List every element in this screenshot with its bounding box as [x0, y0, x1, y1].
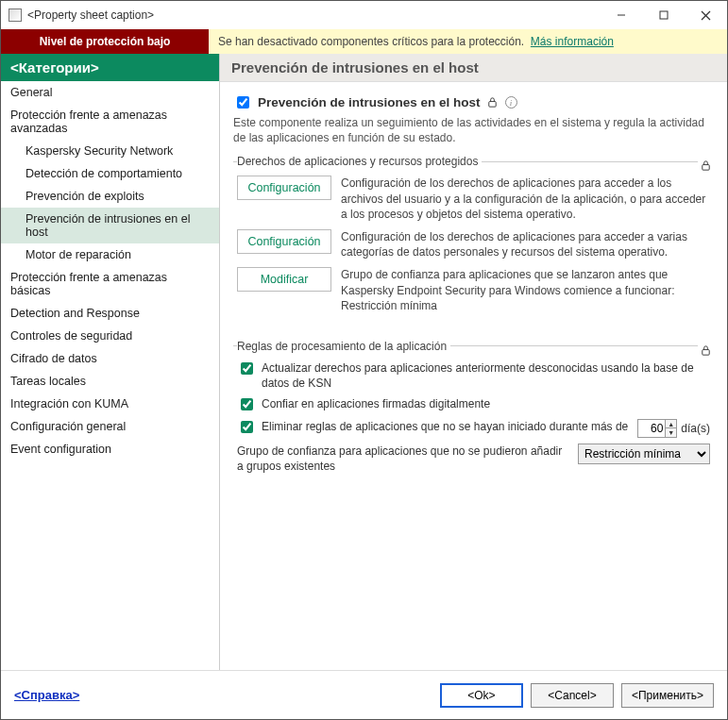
sidebar-item[interactable]: Integración con KUMA	[1, 393, 219, 415]
svg-rect-1	[660, 11, 668, 19]
days-spinner: ▲ ▼	[665, 420, 676, 437]
component-description: Este componente realiza un seguimiento d…	[233, 115, 714, 145]
config-description: Configuración de los derechos de aplicac…	[341, 176, 710, 222]
alert-message: Se han desactivado componentes críticos …	[209, 35, 623, 48]
lock-icon[interactable]	[698, 344, 714, 360]
rule-trust-group: Grupo de confianza para aplicaciones que…	[237, 444, 710, 474]
alert-link[interactable]: Más información	[531, 35, 614, 48]
config-button[interactable]: Modificar	[237, 267, 331, 292]
config-row: ConfiguraciónConfiguración de los derech…	[237, 176, 710, 222]
sidebar-item[interactable]: Configuración general	[1, 415, 219, 438]
alert-bar: Nivel de protección bajo Se han desactiv…	[1, 29, 727, 54]
rule-delete-unused: Eliminar reglas de aplicaciones que no s…	[237, 419, 710, 438]
body: <Категории> GeneralProtección frente a a…	[1, 54, 727, 670]
enable-row: Prevención de intrusiones en el host i	[233, 93, 714, 111]
days-spin-down[interactable]: ▼	[665, 428, 676, 437]
config-button[interactable]: Configuración	[237, 229, 331, 254]
svg-rect-5	[703, 165, 709, 171]
cancel-button[interactable]: <Cancel>	[531, 683, 614, 708]
sidebar-item[interactable]: Tareas locales	[1, 370, 219, 393]
rule-update-ksn: Actualizar derechos para aplicaciones an…	[237, 360, 710, 391]
sidebar-item[interactable]: General	[1, 81, 219, 104]
alert-badge: Nivel de protección bajo	[1, 29, 209, 54]
sidebar-item[interactable]: Cifrado de datos	[1, 347, 219, 370]
app-icon	[8, 8, 22, 22]
config-row: ConfiguraciónConfiguración de los derech…	[237, 229, 710, 260]
rule-trust-signed: Confiar en aplicaciones firmadas digital…	[237, 396, 710, 413]
lock-icon[interactable]	[698, 159, 714, 175]
rule-update-ksn-label: Actualizar derechos para aplicaciones an…	[262, 360, 710, 391]
rule-delete-unused-checkbox[interactable]	[241, 421, 253, 433]
trust-group-select[interactable]: Restricción mínima	[578, 444, 710, 464]
main-panel: Prevención de intrusiones en el host Pre…	[220, 54, 727, 670]
sidebar-item[interactable]: Protección frente a amenazas básicas	[1, 266, 219, 302]
config-description: Grupo de confianza para aplicaciones que…	[341, 267, 710, 313]
svg-rect-6	[703, 349, 709, 355]
lock-icon[interactable]	[486, 96, 499, 109]
sidebar-items: GeneralProtección frente a amenazas avan…	[1, 81, 219, 460]
main-content: Prevención de intrusiones en el host i E…	[220, 82, 727, 670]
days-field-group: ▲ ▼ día(s)	[637, 419, 710, 438]
sidebar-item[interactable]: Controles de seguridad	[1, 325, 219, 347]
rule-trust-group-label: Grupo de confianza para aplicaciones que…	[237, 444, 570, 474]
enable-label: Prevención de intrusiones en el host	[258, 95, 481, 109]
processing-rules-group: Reglas de procesamiento de la aplicación…	[233, 340, 714, 490]
sidebar: <Категории> GeneralProtección frente a a…	[1, 54, 220, 670]
close-button[interactable]	[685, 1, 727, 29]
properties-window: <Property sheet caption> Nivel de protec…	[0, 0, 728, 720]
sidebar-item[interactable]: Protección frente a amenazas avanzadas	[1, 104, 219, 140]
main-header: Prevención de intrusiones en el host	[220, 54, 727, 82]
sidebar-item[interactable]: Prevención de intrusiones en el host	[1, 208, 219, 243]
sidebar-header: <Категории>	[1, 54, 219, 81]
sidebar-item[interactable]: Detección de comportamiento	[1, 162, 219, 185]
help-link[interactable]: <Справка>	[14, 688, 79, 702]
enable-checkbox[interactable]	[237, 96, 249, 109]
minimize-button[interactable]	[600, 1, 642, 29]
days-input[interactable]	[638, 422, 665, 435]
days-input-wrapper: ▲ ▼	[637, 419, 677, 438]
maximize-button[interactable]	[642, 1, 685, 29]
config-row: ModificarGrupo de confianza para aplicac…	[237, 267, 710, 313]
config-button[interactable]: Configuración	[237, 176, 331, 200]
config-description: Configuración de los derechos de aplicac…	[341, 229, 710, 260]
sidebar-item[interactable]: Detection and Response	[1, 302, 219, 325]
sidebar-item[interactable]: Motor de reparación	[1, 243, 219, 266]
app-rights-legend: Derechos de aplicaciones y recursos prot…	[237, 155, 482, 168]
ok-button[interactable]: <Ok>	[440, 683, 523, 708]
apply-button[interactable]: <Применить>	[621, 683, 714, 708]
rule-trust-signed-label: Confiar en aplicaciones firmadas digital…	[262, 396, 710, 411]
rule-update-ksn-checkbox[interactable]	[241, 362, 253, 375]
titlebar: <Property sheet caption>	[1, 1, 727, 29]
processing-rules-legend: Reglas de procesamiento de la aplicación	[237, 340, 450, 353]
app-rights-group: Derechos de aplicaciones y recursos prot…	[233, 155, 714, 330]
info-icon[interactable]: i	[505, 96, 517, 109]
sidebar-item[interactable]: Prevención de exploits	[1, 185, 219, 208]
window-title: <Property sheet caption>	[27, 8, 154, 22]
sidebar-item[interactable]: Event configuration	[1, 438, 219, 460]
svg-rect-4	[488, 101, 495, 107]
rule-delete-unused-label: Eliminar reglas de aplicaciones que no s…	[262, 419, 630, 434]
footer: <Справка> <Ok> <Cancel> <Применить>	[1, 670, 727, 719]
rule-trust-signed-checkbox[interactable]	[241, 398, 253, 410]
sidebar-item[interactable]: Kaspersky Security Network	[1, 140, 219, 162]
days-spin-up[interactable]: ▲	[665, 420, 676, 428]
days-unit: día(s)	[681, 421, 710, 436]
